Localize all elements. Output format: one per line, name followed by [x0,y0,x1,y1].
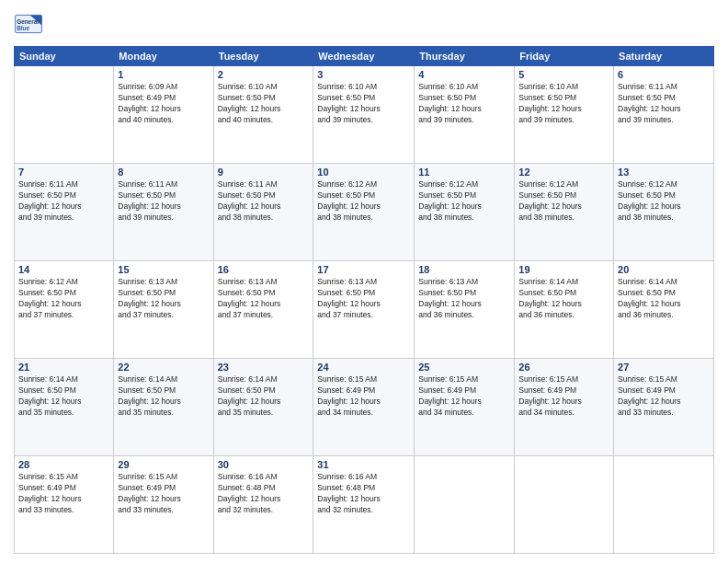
day-info: Sunrise: 6:14 AM Sunset: 6:50 PM Dayligh… [218,374,310,419]
day-info: Sunrise: 6:13 AM Sunset: 6:50 PM Dayligh… [418,277,510,321]
day-cell: 1Sunrise: 6:09 AM Sunset: 6:49 PM Daylig… [114,66,213,164]
day-info: Sunrise: 6:15 AM Sunset: 6:49 PM Dayligh… [418,374,510,419]
day-info: Sunrise: 6:12 AM Sunset: 6:50 PM Dayligh… [418,179,510,224]
day-info: Sunrise: 6:14 AM Sunset: 6:50 PM Dayligh… [618,277,710,321]
day-cell: 7Sunrise: 6:11 AM Sunset: 6:50 PM Daylig… [15,164,114,261]
day-cell: 22Sunrise: 6:14 AM Sunset: 6:50 PM Dayli… [114,359,213,456]
day-cell: 26Sunrise: 6:15 AM Sunset: 6:49 PM Dayli… [515,359,614,456]
day-cell: 27Sunrise: 6:15 AM Sunset: 6:49 PM Dayli… [614,359,714,456]
day-number: 3 [317,69,410,80]
day-number: 15 [118,264,209,275]
day-cell: 25Sunrise: 6:15 AM Sunset: 6:49 PM Dayli… [415,359,515,456]
day-number: 16 [218,264,310,275]
day-number: 1 [118,69,209,80]
day-info: Sunrise: 6:14 AM Sunset: 6:50 PM Dayligh… [118,374,209,419]
day-cell: 13Sunrise: 6:12 AM Sunset: 6:50 PM Dayli… [614,164,714,261]
day-cell [614,456,714,554]
day-number: 2 [218,69,310,80]
day-info: Sunrise: 6:09 AM Sunset: 6:49 PM Dayligh… [118,82,209,126]
day-info: Sunrise: 6:13 AM Sunset: 6:50 PM Dayligh… [118,277,209,321]
day-cell [515,456,614,554]
day-info: Sunrise: 6:16 AM Sunset: 6:48 PM Dayligh… [317,472,410,516]
header-row: SundayMondayTuesdayWednesdayThursdayFrid… [15,47,714,66]
week-row: 7Sunrise: 6:11 AM Sunset: 6:50 PM Daylig… [15,164,714,261]
day-number: 5 [518,69,609,80]
logo-icon: General Blue [14,9,43,39]
day-cell: 11Sunrise: 6:12 AM Sunset: 6:50 PM Dayli… [415,164,515,261]
logo: General Blue [14,9,43,39]
day-number: 14 [18,264,109,275]
day-cell: 6Sunrise: 6:11 AM Sunset: 6:50 PM Daylig… [614,66,714,164]
day-number: 26 [518,362,609,373]
day-number: 7 [18,167,109,178]
header-day: Thursday [415,47,515,66]
day-number: 21 [18,362,109,373]
day-number: 6 [618,69,710,80]
day-info: Sunrise: 6:11 AM Sunset: 6:50 PM Dayligh… [618,82,710,126]
day-info: Sunrise: 6:11 AM Sunset: 6:50 PM Dayligh… [18,179,109,224]
day-cell: 2Sunrise: 6:10 AM Sunset: 6:50 PM Daylig… [213,66,313,164]
day-cell: 24Sunrise: 6:15 AM Sunset: 6:49 PM Dayli… [313,359,415,456]
week-row: 28Sunrise: 6:15 AM Sunset: 6:49 PM Dayli… [15,456,714,554]
header-day: Wednesday [313,47,415,66]
day-number: 9 [218,167,310,178]
day-info: Sunrise: 6:10 AM Sunset: 6:50 PM Dayligh… [218,82,310,126]
day-info: Sunrise: 6:13 AM Sunset: 6:50 PM Dayligh… [317,277,410,321]
day-cell: 20Sunrise: 6:14 AM Sunset: 6:50 PM Dayli… [614,261,714,359]
day-cell: 21Sunrise: 6:14 AM Sunset: 6:50 PM Dayli… [15,359,114,456]
day-cell: 30Sunrise: 6:16 AM Sunset: 6:48 PM Dayli… [213,456,313,554]
day-info: Sunrise: 6:12 AM Sunset: 6:50 PM Dayligh… [317,179,410,224]
day-info: Sunrise: 6:12 AM Sunset: 6:50 PM Dayligh… [618,179,710,224]
day-info: Sunrise: 6:10 AM Sunset: 6:50 PM Dayligh… [418,82,510,126]
day-cell [415,456,515,554]
header-day: Tuesday [213,47,313,66]
day-info: Sunrise: 6:15 AM Sunset: 6:49 PM Dayligh… [18,472,109,516]
day-number: 25 [418,362,510,373]
week-row: 1Sunrise: 6:09 AM Sunset: 6:49 PM Daylig… [15,66,714,164]
day-number: 8 [118,167,209,178]
day-number: 27 [618,362,710,373]
day-number: 30 [218,459,310,470]
day-cell: 31Sunrise: 6:16 AM Sunset: 6:48 PM Dayli… [313,456,415,554]
day-number: 19 [518,264,609,275]
day-info: Sunrise: 6:15 AM Sunset: 6:49 PM Dayligh… [317,374,410,419]
day-info: Sunrise: 6:11 AM Sunset: 6:50 PM Dayligh… [118,179,209,224]
header-day: Saturday [614,47,714,66]
day-cell: 17Sunrise: 6:13 AM Sunset: 6:50 PM Dayli… [313,261,415,359]
day-number: 12 [518,167,609,178]
day-number: 31 [317,459,410,470]
week-row: 14Sunrise: 6:12 AM Sunset: 6:50 PM Dayli… [15,261,714,359]
day-number: 13 [618,167,710,178]
header-day: Friday [515,47,614,66]
day-cell: 3Sunrise: 6:10 AM Sunset: 6:50 PM Daylig… [313,66,415,164]
day-number: 10 [317,167,410,178]
page: General Blue SundayMondayTuesdayWednesda… [0,0,728,563]
header-day: Sunday [15,47,114,66]
header: General Blue [14,9,714,39]
day-info: Sunrise: 6:13 AM Sunset: 6:50 PM Dayligh… [218,277,310,321]
svg-text:Blue: Blue [17,25,29,31]
day-number: 22 [118,362,209,373]
day-cell: 4Sunrise: 6:10 AM Sunset: 6:50 PM Daylig… [415,66,515,164]
day-info: Sunrise: 6:15 AM Sunset: 6:49 PM Dayligh… [618,374,710,419]
day-number: 18 [418,264,510,275]
header-day: Monday [114,47,213,66]
day-number: 28 [18,459,109,470]
day-info: Sunrise: 6:12 AM Sunset: 6:50 PM Dayligh… [518,179,609,224]
day-cell: 19Sunrise: 6:14 AM Sunset: 6:50 PM Dayli… [515,261,614,359]
day-cell [15,66,114,164]
day-number: 23 [218,362,310,373]
day-info: Sunrise: 6:11 AM Sunset: 6:50 PM Dayligh… [218,179,310,224]
day-info: Sunrise: 6:15 AM Sunset: 6:49 PM Dayligh… [518,374,609,419]
week-row: 21Sunrise: 6:14 AM Sunset: 6:50 PM Dayli… [15,359,714,456]
day-cell: 16Sunrise: 6:13 AM Sunset: 6:50 PM Dayli… [213,261,313,359]
day-info: Sunrise: 6:15 AM Sunset: 6:49 PM Dayligh… [118,472,209,516]
day-cell: 28Sunrise: 6:15 AM Sunset: 6:49 PM Dayli… [15,456,114,554]
day-info: Sunrise: 6:10 AM Sunset: 6:50 PM Dayligh… [317,82,410,126]
calendar: SundayMondayTuesdayWednesdayThursdayFrid… [14,46,714,554]
day-cell: 5Sunrise: 6:10 AM Sunset: 6:50 PM Daylig… [515,66,614,164]
day-number: 24 [317,362,410,373]
day-info: Sunrise: 6:12 AM Sunset: 6:50 PM Dayligh… [18,277,109,321]
day-cell: 14Sunrise: 6:12 AM Sunset: 6:50 PM Dayli… [15,261,114,359]
day-number: 11 [418,167,510,178]
